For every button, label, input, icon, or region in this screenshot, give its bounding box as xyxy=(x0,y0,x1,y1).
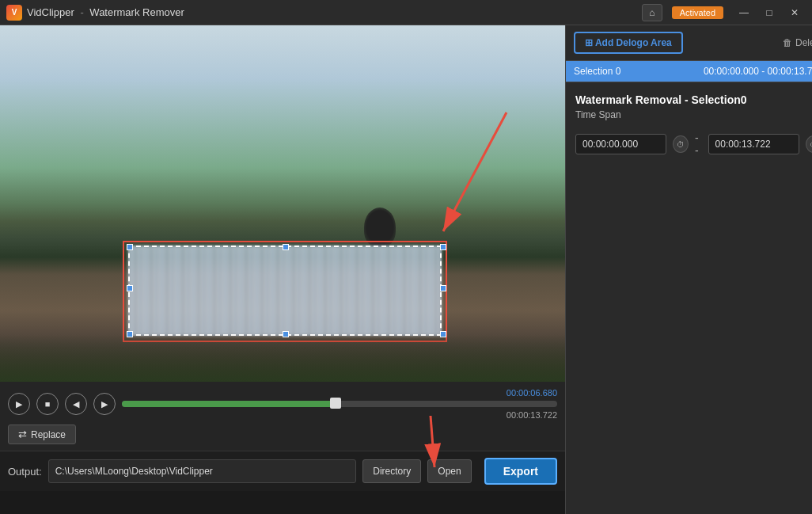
time-start-set-button[interactable]: ⏱ xyxy=(673,135,689,153)
left-panel: ▶ ■ ◀ ▶ 00:00:06.680 00:00:13.722 xyxy=(0,25,565,514)
handle-mid-right[interactable] xyxy=(440,285,446,291)
time-start-input[interactable] xyxy=(575,134,666,154)
detail-subtitle: Time Span xyxy=(575,109,812,120)
progress-thumb[interactable] xyxy=(330,398,341,409)
output-row: Output: Directory Open Export xyxy=(0,451,565,491)
handle-mid-left[interactable] xyxy=(127,285,133,291)
home-button[interactable]: ⌂ xyxy=(642,4,662,21)
total-time: 00:00:13.722 xyxy=(507,410,557,420)
replace-row: ⇄ Replace xyxy=(8,423,557,444)
delete-button[interactable]: 🗑 Delete xyxy=(783,37,812,48)
selection-time: 00:00:00.000 - 00:00:13.722 xyxy=(704,66,812,77)
delete-label: Delete xyxy=(795,37,812,48)
title-separator: - xyxy=(80,6,83,18)
right-panel: ⊞ Add Delogo Area 🗑 Delete Selection 0 0… xyxy=(565,25,812,514)
right-details: Watermark Removal - Selection0 Time Span… xyxy=(566,82,812,514)
close-button[interactable]: ✕ xyxy=(784,4,806,21)
nav-icons: ⌂ xyxy=(642,4,662,21)
progress-bar[interactable] xyxy=(122,401,557,407)
svg-line-3 xyxy=(431,416,434,467)
app-name: VidClipper xyxy=(27,6,74,18)
maximize-button[interactable]: □ xyxy=(758,4,780,21)
prev-frame-button[interactable]: ◀ xyxy=(65,393,87,415)
detail-title: Watermark Removal - Selection0 xyxy=(575,93,812,106)
titlebar-left: V VidClipper - Watermark Remover xyxy=(6,5,184,21)
export-red-arrow xyxy=(391,408,454,479)
replace-label: Replace xyxy=(31,429,66,440)
selection-item-0[interactable]: Selection 0 00:00:00.000 - 00:00:13.722 xyxy=(566,61,812,82)
next-frame-button[interactable]: ▶ xyxy=(93,393,116,415)
titlebar-right: ⌂ Activated — □ ✕ xyxy=(642,4,806,21)
timeline-row: ▶ ■ ◀ ▶ 00:00:06.680 00:00:13.722 xyxy=(8,388,557,420)
red-arrow-indicator xyxy=(380,97,554,271)
time-end-input[interactable] xyxy=(708,134,799,154)
add-delogo-button[interactable]: ⊞ Add Delogo Area xyxy=(574,32,683,54)
current-time: 00:00:06.680 xyxy=(507,388,557,398)
selection-label: Selection 0 xyxy=(574,66,620,77)
delete-icon: 🗑 xyxy=(783,37,792,48)
progress-container: 00:00:06.680 00:00:13.722 xyxy=(122,388,557,420)
replace-icon: ⇄ xyxy=(18,428,27,440)
app-logo: V xyxy=(6,5,22,21)
selection-list: Selection 0 00:00:00.000 - 00:00:13.722 xyxy=(566,61,812,82)
time-end-set-button[interactable]: ⏱ xyxy=(806,135,812,153)
ground-overlay xyxy=(0,334,565,382)
video-area xyxy=(0,25,565,382)
controls-bar: ▶ ■ ◀ ▶ 00:00:06.680 00:00:13.722 xyxy=(0,382,565,451)
right-toolbar: ⊞ Add Delogo Area 🗑 Delete xyxy=(566,25,812,61)
output-label: Output: xyxy=(8,466,42,478)
handle-top-mid[interactable] xyxy=(283,244,289,250)
handle-top-left[interactable] xyxy=(127,244,133,250)
time-separator: -- xyxy=(695,131,701,157)
title-text: VidClipper - Watermark Remover xyxy=(27,6,184,18)
main-layout: ▶ ■ ◀ ▶ 00:00:06.680 00:00:13.722 xyxy=(0,25,812,514)
module-name: Watermark Remover xyxy=(89,6,184,18)
export-button[interactable]: Export xyxy=(484,458,557,485)
play-button[interactable]: ▶ xyxy=(8,393,30,415)
logo-text: V xyxy=(12,8,17,17)
minimize-button[interactable]: — xyxy=(733,4,755,21)
progress-fill xyxy=(122,401,336,407)
replace-button[interactable]: ⇄ Replace xyxy=(8,425,76,444)
stop-button[interactable]: ■ xyxy=(36,393,59,415)
output-path-input[interactable] xyxy=(48,459,357,483)
titlebar: V VidClipper - Watermark Remover ⌂ Activ… xyxy=(0,0,812,25)
activated-badge: Activated xyxy=(672,6,723,19)
svg-line-1 xyxy=(443,112,507,231)
time-span-row: ⏱ -- ⏱ xyxy=(575,131,812,157)
